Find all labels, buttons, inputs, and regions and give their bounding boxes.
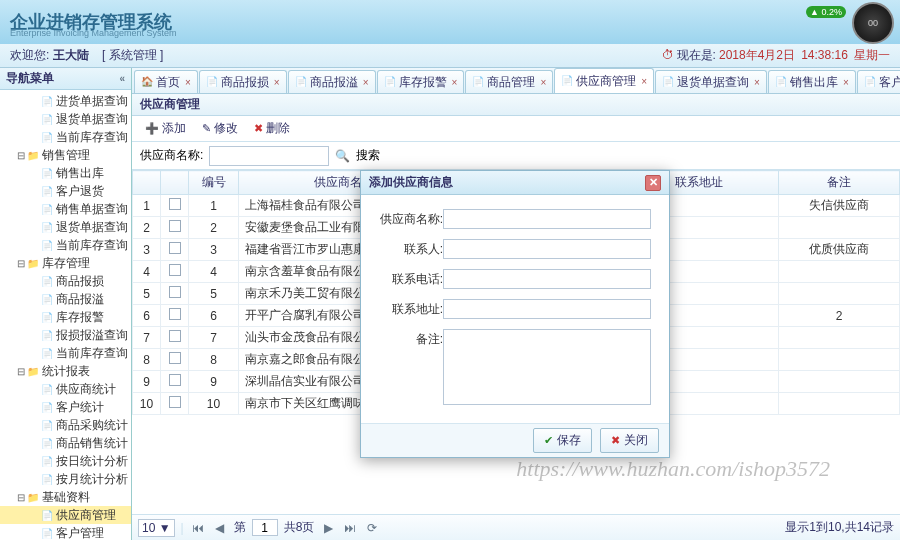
file-icon: 📁 bbox=[26, 490, 40, 504]
tab-close-icon[interactable]: × bbox=[843, 77, 849, 88]
tab-close-icon[interactable]: × bbox=[641, 76, 647, 87]
page-size-select[interactable]: 10 ▼ bbox=[138, 519, 175, 537]
tree-node[interactable]: 📄商品报溢 bbox=[0, 290, 131, 308]
row-checkbox[interactable] bbox=[169, 220, 181, 232]
tab-close-icon[interactable]: × bbox=[452, 77, 458, 88]
next-page-button[interactable]: ▶ bbox=[320, 520, 336, 536]
col-header[interactable]: 备注 bbox=[779, 171, 900, 195]
file-icon: 📄 bbox=[40, 472, 54, 486]
tab[interactable]: 📄商品报溢× bbox=[288, 70, 376, 93]
tree-node[interactable]: 📄按日统计分析 bbox=[0, 452, 131, 470]
last-page-button[interactable]: ⏭ bbox=[342, 520, 358, 536]
search-icon[interactable]: 🔍 bbox=[335, 149, 350, 163]
search-button[interactable]: 搜索 bbox=[356, 147, 380, 164]
add-button[interactable]: ➕添加 bbox=[138, 117, 193, 140]
tree-node[interactable]: ⊟📁统计报表 bbox=[0, 362, 131, 380]
tab[interactable]: 📄客户退货× bbox=[857, 70, 900, 93]
total-pages: 共8页 bbox=[284, 519, 315, 536]
save-button[interactable]: ✔保存 bbox=[533, 428, 592, 453]
app-title-en: Enterprise Invoicing Management System bbox=[10, 28, 177, 38]
close-button[interactable]: ✖关闭 bbox=[600, 428, 659, 453]
row-checkbox[interactable] bbox=[169, 374, 181, 386]
row-checkbox[interactable] bbox=[169, 308, 181, 320]
prev-page-button[interactable]: ◀ bbox=[212, 520, 228, 536]
app-header: 企业进销存管理系统 Enterprise Invoicing Managemen… bbox=[0, 0, 900, 44]
contact-input[interactable] bbox=[443, 239, 651, 259]
clock: ⏱ 现在是: 2018年4月2日 14:38:16 星期一 bbox=[662, 47, 890, 64]
edit-button[interactable]: ✎修改 bbox=[195, 117, 245, 140]
tree-node[interactable]: 📄客户统计 bbox=[0, 398, 131, 416]
delete-button[interactable]: ✖删除 bbox=[247, 117, 297, 140]
tree-node[interactable]: 📄客户退货 bbox=[0, 182, 131, 200]
tree-node[interactable]: 📄报损报溢查询 bbox=[0, 326, 131, 344]
tree-node[interactable]: 📄供应商统计 bbox=[0, 380, 131, 398]
tab[interactable]: 📄库存报警× bbox=[377, 70, 465, 93]
tab[interactable]: 📄商品报损× bbox=[199, 70, 287, 93]
row-checkbox[interactable] bbox=[169, 396, 181, 408]
tree-node[interactable]: 📄进货单据查询 bbox=[0, 92, 131, 110]
remark-input[interactable] bbox=[443, 329, 651, 405]
tab[interactable]: 📄商品管理× bbox=[465, 70, 553, 93]
pager-info: 显示1到10,共14记录 bbox=[785, 519, 894, 536]
file-icon: 📄 bbox=[40, 202, 54, 216]
file-icon: 📄 bbox=[40, 526, 54, 540]
row-checkbox[interactable] bbox=[169, 330, 181, 342]
tab[interactable]: 📄销售出库× bbox=[768, 70, 856, 93]
tab-icon: 📄 bbox=[295, 76, 307, 88]
col-header[interactable]: 编号 bbox=[189, 171, 239, 195]
page-input[interactable] bbox=[252, 519, 278, 536]
sidebar-header: 导航菜单 « bbox=[0, 68, 131, 90]
tree-node[interactable]: 📄当前库存查询 bbox=[0, 236, 131, 254]
tel-input[interactable] bbox=[443, 269, 651, 289]
row-checkbox[interactable] bbox=[169, 352, 181, 364]
tree-node[interactable]: ⊟📁库存管理 bbox=[0, 254, 131, 272]
tree-node[interactable]: 📄供应商管理 bbox=[0, 506, 131, 524]
dialog-header[interactable]: 添加供应商信息 ✕ bbox=[361, 171, 669, 195]
row-checkbox[interactable] bbox=[169, 242, 181, 254]
tree-node[interactable]: 📄库存报警 bbox=[0, 308, 131, 326]
tree-node[interactable]: ⊟📁基础资料 bbox=[0, 488, 131, 506]
tab-icon: 📄 bbox=[384, 76, 396, 88]
tab-close-icon[interactable]: × bbox=[185, 77, 191, 88]
supplier-name-input[interactable] bbox=[443, 209, 651, 229]
search-label: 供应商名称: bbox=[140, 147, 203, 164]
tree-node[interactable]: 📄退货单据查询 bbox=[0, 218, 131, 236]
tree-node[interactable]: 📄商品报损 bbox=[0, 272, 131, 290]
tree-node[interactable]: 📄当前库存查询 bbox=[0, 344, 131, 362]
clock-icon: ⏱ bbox=[662, 48, 674, 62]
section-link[interactable]: 系统管理 bbox=[109, 48, 157, 62]
file-icon: 📄 bbox=[40, 418, 54, 432]
tree-node[interactable]: 📄按月统计分析 bbox=[0, 470, 131, 488]
tab-close-icon[interactable]: × bbox=[363, 77, 369, 88]
search-input[interactable] bbox=[209, 146, 329, 166]
add-supplier-dialog: 添加供应商信息 ✕ 供应商名称: 联系人: 联系电话: 联系地址: 备注: ✔保… bbox=[360, 170, 670, 458]
tree-node[interactable]: 📄退货单据查询 bbox=[0, 110, 131, 128]
col-header[interactable] bbox=[161, 171, 189, 195]
row-checkbox[interactable] bbox=[169, 198, 181, 210]
tab-close-icon[interactable]: × bbox=[754, 77, 760, 88]
tab-close-icon[interactable]: × bbox=[274, 77, 280, 88]
tree-node[interactable]: 📄商品销售统计 bbox=[0, 434, 131, 452]
tree-node[interactable]: 📄当前库存查询 bbox=[0, 128, 131, 146]
tree-node[interactable]: 📄客户管理 bbox=[0, 524, 131, 540]
tree-node[interactable]: 📄商品采购统计 bbox=[0, 416, 131, 434]
tree-node[interactable]: 📄销售出库 bbox=[0, 164, 131, 182]
addr-input[interactable] bbox=[443, 299, 651, 319]
collapse-icon[interactable]: « bbox=[119, 73, 125, 84]
first-page-button[interactable]: ⏮ bbox=[190, 520, 206, 536]
row-checkbox[interactable] bbox=[169, 286, 181, 298]
tree-node[interactable]: ⊟📁销售管理 bbox=[0, 146, 131, 164]
tab-close-icon[interactable]: × bbox=[540, 77, 546, 88]
dialog-title: 添加供应商信息 bbox=[369, 174, 453, 191]
row-checkbox[interactable] bbox=[169, 264, 181, 276]
tab[interactable]: 📄退货单据查询× bbox=[655, 70, 767, 93]
search-row: 供应商名称: 🔍 搜索 bbox=[132, 142, 900, 170]
refresh-button[interactable]: ⟳ bbox=[364, 520, 380, 536]
tab[interactable]: 📄供应商管理× bbox=[554, 68, 654, 93]
col-header[interactable] bbox=[133, 171, 161, 195]
file-icon: 📄 bbox=[40, 292, 54, 306]
tab-icon: 📄 bbox=[775, 76, 787, 88]
tab[interactable]: 🏠首页× bbox=[134, 70, 198, 93]
tree-node[interactable]: 📄销售单据查询 bbox=[0, 200, 131, 218]
close-icon[interactable]: ✕ bbox=[645, 175, 661, 191]
